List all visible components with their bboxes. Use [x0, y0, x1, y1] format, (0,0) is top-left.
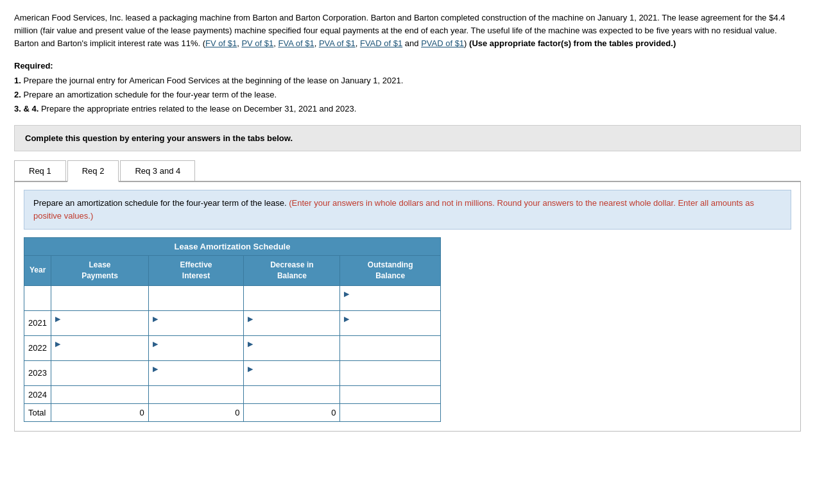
lease-payment-2023[interactable] — [51, 360, 148, 385]
effective-interest-2023[interactable]: ▶ — [148, 360, 244, 385]
decrease-balance-input-2023[interactable] — [248, 373, 336, 383]
arrow-initial: ▶ — [344, 290, 349, 298]
decrease-balance-2023[interactable]: ▶ — [244, 360, 340, 385]
complete-box-text: Complete this question by entering your … — [25, 133, 293, 143]
lease-payment-input-2022[interactable] — [55, 348, 144, 358]
fvad-link[interactable]: FVAD of $1 — [360, 38, 402, 48]
decrease-balance-2021[interactable]: ▶ — [244, 310, 340, 335]
outstanding-balance-input-2023[interactable] — [344, 368, 436, 378]
outstanding-balance-input-2021[interactable] — [344, 323, 436, 333]
effective-interest-2024[interactable] — [148, 385, 244, 403]
lease-payment-input-2023[interactable] — [55, 368, 144, 378]
arrow-lease-2022: ▶ — [55, 340, 60, 348]
year-cell-2021: 2021 — [24, 310, 51, 335]
decrease-balance-initial[interactable] — [244, 285, 340, 310]
instructions-box: Prepare an amortization schedule for the… — [24, 190, 791, 230]
required-item-3: 3. & 4. Prepare the appropriate entries … — [14, 102, 801, 116]
effective-interest-input-2024[interactable] — [153, 390, 240, 399]
required-title: Required: — [14, 59, 801, 73]
tab-req2[interactable]: Req 2 — [67, 160, 119, 182]
header-year: Year — [24, 256, 51, 286]
decrease-balance-2024[interactable] — [244, 385, 340, 403]
outstanding-balance-2022[interactable] — [340, 335, 441, 360]
instructions-main: Prepare an amortization schedule for the… — [33, 198, 289, 208]
amort-table-wrapper: Lease Amortization Schedule Year LeasePa… — [24, 237, 441, 422]
table-row-2023: 2023 ▶ ▶ — [24, 360, 441, 385]
fv-link[interactable]: FV of $1 — [205, 38, 237, 48]
amort-table: Lease Amortization Schedule Year LeasePa… — [24, 237, 441, 422]
table-row-2021: 2021 ▶ ▶ ▶ ▶ — [24, 310, 441, 335]
bold-instructions: (Use appropriate factor(s) from the tabl… — [469, 38, 676, 48]
comma-2: , — [273, 38, 278, 48]
effective-interest-initial[interactable] — [148, 285, 244, 310]
outstanding-balance-total[interactable] — [340, 403, 441, 421]
effective-interest-input-2023[interactable] — [153, 373, 240, 383]
comma-3: , — [314, 38, 319, 48]
tab-content: Prepare an amortization schedule for the… — [14, 182, 801, 432]
effective-interest-2021[interactable]: ▶ — [148, 310, 244, 335]
decrease-balance-input-2021[interactable] — [248, 323, 336, 333]
year-cell-2023: 2023 — [24, 360, 51, 385]
table-title: Lease Amortization Schedule — [24, 238, 441, 256]
arrow-decrease-2023: ▶ — [248, 365, 253, 373]
arrow-lease-2021: ▶ — [55, 315, 60, 323]
outstanding-balance-input-total[interactable] — [344, 408, 436, 417]
arrow-interest-2021: ▶ — [153, 315, 158, 323]
decrease-balance-2022[interactable]: ▶ — [244, 335, 340, 360]
lease-payment-input-2024[interactable] — [55, 390, 144, 399]
lease-payment-2022[interactable]: ▶ — [51, 335, 148, 360]
lease-payment-total[interactable]: 0 — [51, 403, 148, 421]
year-cell-2024: 2024 — [24, 385, 51, 403]
outstanding-balance-2023[interactable] — [340, 360, 441, 385]
effective-interest-input-initial[interactable] — [153, 293, 240, 303]
tabs-row: Req 1 Req 2 Req 3 and 4 — [14, 160, 801, 182]
fva-link[interactable]: FVA of $1 — [279, 38, 314, 48]
intro-paragraph: American Food Services, Inc. leased a pa… — [14, 12, 801, 50]
year-cell-2022: 2022 — [24, 335, 51, 360]
and-text: and — [402, 38, 421, 48]
tab-req1[interactable]: Req 1 — [14, 160, 66, 181]
pva-link[interactable]: PVA of $1 — [319, 38, 356, 48]
tab-req3and4[interactable]: Req 3 and 4 — [120, 160, 195, 181]
required-item-1: 1. Prepare the journal entry for America… — [14, 74, 801, 88]
outstanding-balance-input-initial[interactable] — [344, 298, 436, 308]
tab-req2-label: Req 2 — [82, 166, 105, 176]
pv-link[interactable]: PV of $1 — [241, 38, 273, 48]
close-paren: ) — [464, 38, 469, 48]
outstanding-balance-2024[interactable] — [340, 385, 441, 403]
lease-payment-2021[interactable]: ▶ — [51, 310, 148, 335]
required-section: Required: 1. Prepare the journal entry f… — [14, 59, 801, 115]
decrease-balance-input-2022[interactable] — [248, 348, 336, 358]
arrow-interest-2022: ▶ — [153, 340, 158, 348]
lease-payment-initial[interactable] — [51, 285, 148, 310]
pvad-link[interactable]: PVAD of $1 — [421, 38, 464, 48]
lease-payment-input-initial[interactable] — [55, 293, 144, 303]
arrow-interest-2023: ▶ — [153, 365, 158, 373]
effective-interest-input-2022[interactable] — [153, 348, 240, 358]
effective-interest-input-2021[interactable] — [153, 323, 240, 333]
tab-req3and4-label: Req 3 and 4 — [135, 166, 180, 176]
effective-interest-2022[interactable]: ▶ — [148, 335, 244, 360]
outstanding-balance-input-2022[interactable] — [344, 343, 436, 353]
year-cell-initial — [24, 285, 51, 310]
arrow-decrease-2022: ▶ — [248, 340, 253, 348]
outstanding-balance-input-2024[interactable] — [344, 390, 436, 399]
header-lease-payments: LeasePayments — [51, 256, 148, 286]
table-row-total: Total 0 0 0 — [24, 403, 441, 421]
lease-payment-input-2021[interactable] — [55, 323, 144, 333]
lease-payment-2024[interactable] — [51, 385, 148, 403]
year-cell-total: Total — [24, 403, 51, 421]
tab-req1-label: Req 1 — [29, 166, 51, 176]
complete-box: Complete this question by entering your … — [14, 125, 801, 151]
header-effective-interest: EffectiveInterest — [148, 256, 244, 286]
outstanding-balance-initial[interactable]: ▶ — [340, 285, 441, 310]
table-row-initial: ▶ — [24, 285, 441, 310]
comma-4: , — [356, 38, 360, 48]
outstanding-balance-2021[interactable]: ▶ — [340, 310, 441, 335]
decrease-balance-input-initial[interactable] — [248, 293, 336, 303]
header-outstanding-balance: OutstandingBalance — [340, 256, 441, 286]
decrease-balance-input-2024[interactable] — [248, 390, 336, 399]
decrease-balance-total[interactable]: 0 — [244, 403, 340, 421]
arrow-decrease-2021: ▶ — [248, 315, 253, 323]
effective-interest-total[interactable]: 0 — [148, 403, 244, 421]
